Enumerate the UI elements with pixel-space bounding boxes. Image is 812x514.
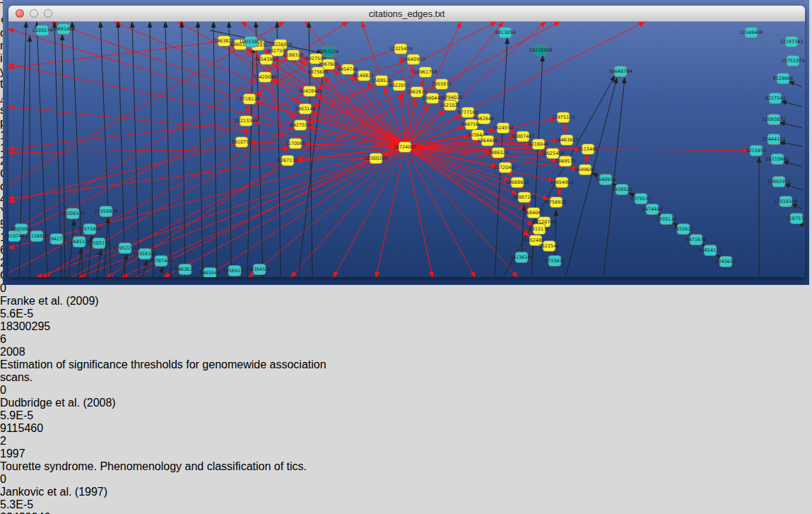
graph-node[interactable]: 16648794 (608, 66, 632, 77)
graph-node-label: 15720407 (493, 165, 517, 170)
graph-node-label: 10807487 (511, 134, 534, 139)
graph-node-label: 19218506 (529, 47, 552, 53)
graph-node[interactable]: 9756928 (546, 197, 567, 208)
graph-node[interactable]: 12325419 (389, 44, 412, 54)
graph-node[interactable]: 10654112 (698, 245, 722, 256)
graph-node[interactable]: 1733426 (545, 256, 565, 267)
graph-node[interactable]: 8471676 (686, 235, 707, 245)
graph-node-label: 15751074 (781, 58, 804, 64)
graph-node-label: 20206535 (61, 211, 84, 216)
graph-edge (8, 147, 405, 248)
graph-node-label: 1862615 (407, 89, 428, 95)
citation-network-graph[interactable]: 1872400774638228860128891293523226058982… (8, 22, 805, 277)
network-window-titlebar[interactable]: citations_edges.txt (8, 6, 805, 22)
graph-node-label: 14569117 (223, 268, 246, 274)
graph-node[interactable]: 2803144 (295, 104, 316, 115)
graph-node[interactable]: 9474444 (642, 204, 663, 215)
network-view-canvas[interactable]: 1872400774638228860128891293523226058982… (8, 22, 805, 280)
graph-node-label: 10975887 (78, 226, 101, 232)
graph-node-label: 18724007 (393, 144, 416, 150)
graph-edge (405, 22, 503, 147)
graph-node-label: 1810755 (232, 139, 252, 145)
graph-node-label: 2935114 (657, 216, 677, 222)
graph-node[interactable]: 9115460 (578, 144, 599, 155)
graph-node[interactable]: 18640910 (401, 54, 425, 65)
graph-node[interactable]: 9245652 (716, 257, 736, 267)
close-window-icon[interactable] (16, 9, 24, 18)
graph-node-label: 19654923 (550, 180, 573, 185)
graph-node-label: 1849579 (555, 158, 576, 164)
graph-node[interactable]: 16210643 (765, 154, 789, 165)
graph-node[interactable]: 20691406 (52, 24, 75, 35)
graph-node-label: 8454749 (338, 66, 358, 72)
table-cell: 9115460 (0, 422, 59, 435)
graph-node[interactable]: 1810755 (232, 137, 252, 148)
graph-edge (182, 22, 185, 277)
graph-edge (376, 147, 405, 277)
graph-node[interactable]: 12197343 (779, 37, 803, 47)
graph-node-label: 7986322 (488, 150, 509, 156)
graph-node[interactable]: 2935114 (657, 214, 677, 225)
graph-node-label: 12975115 (551, 115, 575, 120)
graph-node[interactable]: 11548408 (739, 28, 763, 38)
graph-node-label: 20691406 (52, 26, 75, 32)
minimize-window-icon[interactable] (30, 9, 38, 18)
graph-node-label: 9777169 (458, 110, 478, 115)
graph-node-label: 2967608 (319, 62, 339, 67)
graph-node[interactable]: 14463627 (555, 135, 578, 146)
graph-node[interactable]: 19384554 (247, 264, 271, 275)
graph-node[interactable]: 12444151 (762, 134, 785, 145)
graph-node-label: 2718126 (240, 96, 260, 102)
graph-node[interactable]: 14136141 (510, 252, 533, 263)
graph-node[interactable]: 7832621 (673, 224, 694, 235)
graph-node[interactable]: 14569117 (223, 266, 246, 276)
table-cell: 0 (0, 384, 53, 397)
graph-edge (779, 122, 802, 128)
graph-node[interactable]: 1035574 (33, 25, 53, 36)
graph-edge (164, 147, 405, 277)
graph-edge (8, 147, 405, 199)
graph-node[interactable]: 1167534 (787, 214, 805, 224)
graph-node[interactable]: 12975115 (551, 112, 575, 123)
graph-node-label: 12505135 (87, 240, 110, 246)
graph-node-label: 2803144 (295, 106, 316, 112)
graph-edge (291, 147, 405, 277)
graph-node[interactable]: 16961758 (413, 67, 437, 78)
graph-node[interactable]: 12213369 (234, 116, 257, 127)
table-row[interactable]: 911546021997Tourette syndrome. Phenomeno… (0, 422, 812, 511)
graph-node-label: 9115460 (578, 146, 599, 152)
graph-node[interactable]: 7986322 (488, 148, 509, 158)
graph-node[interactable]: 9215955 (746, 146, 767, 156)
graph-node[interactable]: 10688639 (505, 177, 529, 188)
graph-node[interactable]: 1170065 (286, 139, 306, 149)
graph-node-label: 6216044 (529, 141, 549, 147)
graph-node-label: 12325419 (389, 46, 412, 52)
graph-node[interactable]: 8267130 (278, 156, 298, 166)
graph-node-label: 9245652 (716, 259, 736, 264)
graph-node-label: 8186328 (283, 52, 304, 58)
graph-node-label: 9474444 (642, 206, 663, 212)
graph-node[interactable]: 15751074 (781, 56, 804, 66)
table-cell: 5.9E-5 (0, 409, 67, 422)
table-cell: 5.3E-5 (0, 498, 67, 511)
graph-node[interactable]: 17359924 (94, 206, 117, 217)
graph-edge (783, 161, 802, 167)
graph-node-label: 2522544 (539, 243, 560, 249)
graph-node-label: 9242848 (300, 88, 320, 94)
graph-node[interactable]: 19892971 (767, 177, 790, 187)
graph-node-label: 9465546 (200, 270, 220, 276)
graph-node[interactable]: 9463627 (175, 264, 196, 275)
zoom-window-icon[interactable] (44, 9, 52, 18)
graph-edge (97, 250, 101, 277)
graph-edge (8, 147, 405, 153)
graph-node[interactable]: 19218506 (529, 45, 552, 56)
graph-node[interactable]: 9227343 (765, 93, 786, 104)
graph-node-label: 7955812 (432, 81, 452, 87)
graph-node[interactable]: 6216044 (529, 139, 549, 150)
graph-edge (206, 147, 405, 277)
table-row[interactable]: 1830029562008Estimation of significance … (0, 320, 812, 422)
table-row[interactable]: 2242004622012Investigating the contribut… (0, 511, 812, 514)
graph-node[interactable]: 3624554 (493, 123, 514, 134)
graph-edge (150, 22, 153, 277)
graph-node-label: 6379197 (631, 196, 652, 201)
